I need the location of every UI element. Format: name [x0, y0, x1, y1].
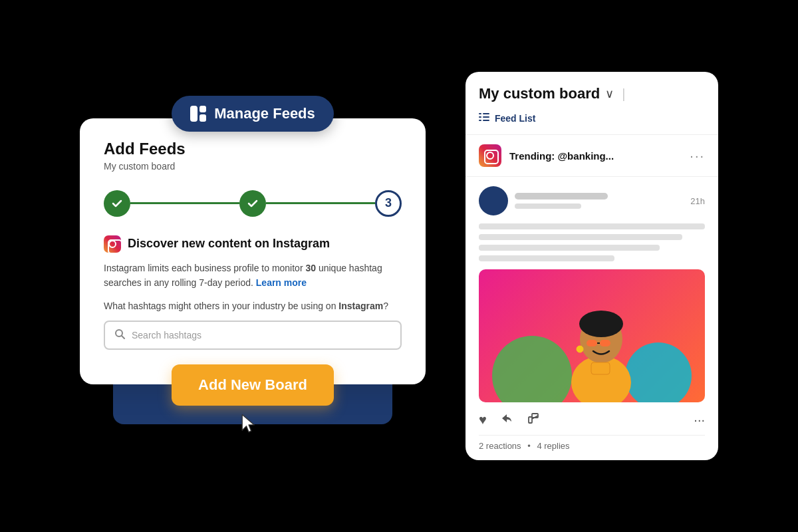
add-board-label: Add New Board: [198, 376, 307, 394]
feed-item-left: Trending: @banking...: [479, 144, 614, 167]
manage-feeds-badge: Manage Feeds: [172, 96, 334, 132]
manage-feeds-label: Manage Feeds: [214, 105, 315, 122]
instagram-heading-text: Discover new content on Instagram: [128, 237, 330, 251]
instagram-section: Discover new content on Instagram Instag…: [104, 235, 402, 350]
author-sub-bar: [515, 203, 581, 209]
share-button[interactable]: [527, 412, 540, 428]
author-name-bar: [515, 193, 608, 200]
card-subtitle: My custom board: [104, 161, 402, 172]
post-text-lines: [479, 223, 705, 261]
info-text: Instagram limits each business profile t…: [104, 261, 402, 291]
cursor-icon: [237, 412, 261, 436]
add-new-board-button[interactable]: Add New Board: [172, 364, 334, 406]
svg-rect-12: [600, 340, 610, 346]
svg-rect-16: [529, 417, 532, 423]
search-icon: [114, 329, 125, 342]
question-text: What hashtags might others in your indus…: [104, 301, 402, 311]
feed-list-label: Feed List: [495, 113, 535, 124]
svg-rect-4: [479, 116, 481, 118]
person-image: [555, 276, 648, 402]
feed-name: Trending: @banking...: [509, 150, 614, 162]
post-image: [479, 269, 705, 402]
post-text-line-2: [479, 234, 682, 240]
svg-rect-2: [479, 113, 481, 114]
svg-point-10: [579, 311, 623, 337]
dot-separator: •: [527, 441, 531, 451]
step-line-2: [266, 202, 375, 204]
question-before: What hashtags might others in your indus…: [104, 301, 338, 311]
board-title-row: My custom board ∨ |: [479, 85, 705, 102]
instagram-heading: Discover new content on Instagram: [104, 235, 402, 253]
step-3: 3: [375, 190, 402, 217]
feed-instagram-icon-inner: [484, 150, 496, 162]
add-feeds-card: Add Feeds My custom board 3: [80, 118, 426, 385]
post-actions: ♥ ···: [479, 412, 705, 436]
svg-rect-5: [483, 116, 489, 118]
like-button[interactable]: ♥: [479, 412, 487, 428]
author-info: [515, 193, 684, 209]
feed-item: Trending: @banking... ···: [466, 135, 718, 177]
learn-more-link[interactable]: Learn more: [256, 277, 307, 288]
board-title: My custom board: [479, 85, 600, 102]
instagram-icon: [104, 235, 121, 253]
replies-count: 4 replies: [537, 441, 569, 451]
svg-rect-11: [587, 340, 597, 346]
author-avatar: [479, 186, 508, 215]
hashtag-search-box[interactable]: Search hashtags: [104, 321, 402, 350]
post-text-line-3: [479, 245, 660, 251]
post-reactions: 2 reactions • 4 replies: [479, 441, 705, 451]
question-after: ?: [383, 301, 388, 311]
add-board-section: Add New Board: [172, 364, 334, 436]
post-time: 21h: [690, 196, 705, 206]
question-bold: Instagram: [338, 301, 383, 311]
svg-line-1: [122, 336, 124, 338]
svg-rect-6: [479, 120, 481, 121]
feed-list-tab[interactable]: Feed List: [479, 109, 705, 128]
feed-instagram-icon: [479, 144, 501, 167]
feed-options-button[interactable]: ···: [690, 148, 705, 164]
info-text-bold: 30: [305, 263, 316, 273]
instagram-icon-inner: [108, 239, 117, 249]
right-panel: My custom board ∨ | Feed List: [466, 72, 718, 460]
card-title: Add Feeds: [104, 140, 402, 158]
step-line-1: [130, 202, 239, 204]
step-2: [239, 190, 266, 217]
reactions-count: 2 reactions: [479, 441, 521, 451]
svg-point-14: [577, 346, 583, 352]
post-text-line-1: [479, 223, 705, 229]
post-container: 21h: [466, 177, 718, 460]
post-author-row: 21h: [479, 186, 705, 215]
cursor-bar: |: [622, 86, 625, 102]
step-1: [104, 190, 130, 217]
feed-list-icon: [479, 112, 489, 125]
svg-rect-7: [483, 120, 489, 121]
chevron-down-icon[interactable]: ∨: [605, 86, 614, 101]
search-input-placeholder: Search hashtags: [132, 330, 201, 340]
stepper: 3: [104, 190, 402, 217]
more-options-button[interactable]: ···: [694, 412, 705, 428]
svg-rect-3: [483, 113, 489, 114]
reply-button[interactable]: [500, 412, 513, 428]
board-header: My custom board ∨ | Feed List: [466, 72, 718, 135]
manage-feeds-icon: [190, 106, 206, 122]
post-text-line-4: [479, 255, 614, 261]
info-text-before: Instagram limits each business profile t…: [104, 263, 305, 273]
svg-rect-15: [591, 362, 610, 374]
